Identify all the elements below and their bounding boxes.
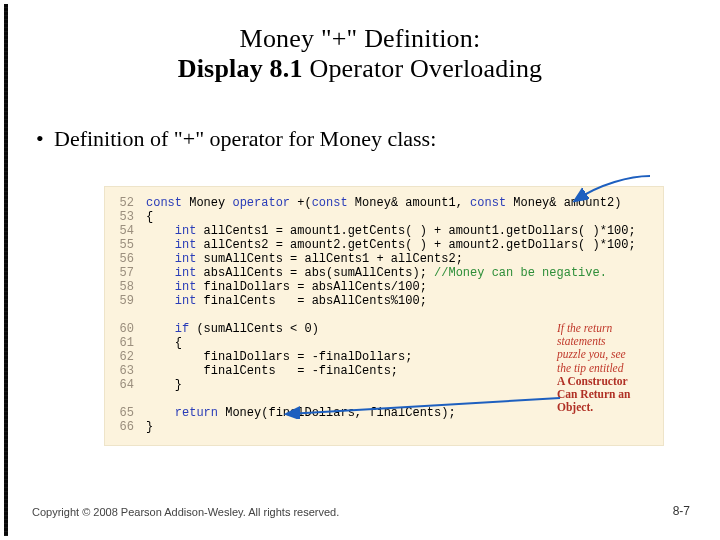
code-line: int finalDollars = absAllCents/100; <box>146 280 427 294</box>
line-number: 53 <box>104 210 134 224</box>
line-number: 62 <box>104 350 134 364</box>
title-line-2: Display 8.1 Operator Overloading <box>0 54 720 84</box>
token-text: absAllCents = abs(sumAllCents); <box>196 266 434 280</box>
token-keyword: int <box>146 238 196 252</box>
code-line: { <box>146 210 153 224</box>
code-line: finalDollars = -finalDollars; <box>146 350 412 364</box>
line-number: 60 <box>104 322 134 336</box>
title-block: Money "+" Definition: Display 8.1 Operat… <box>0 24 720 84</box>
code-line: int sumAllCents = allCents1 + allCents2; <box>146 252 463 266</box>
page-number: 8-7 <box>673 504 690 518</box>
arrow-bottom-icon <box>280 396 570 426</box>
token-keyword: const <box>312 196 348 210</box>
title-line-1: Money "+" Definition: <box>0 24 720 54</box>
token-keyword: const <box>470 196 506 210</box>
token-text: +( <box>290 196 312 210</box>
bullet-item: •Definition of "+" operator for Money cl… <box>36 124 700 154</box>
token-keyword: return <box>146 406 218 420</box>
line-number: 57 <box>104 266 134 280</box>
line-number: 55 <box>104 238 134 252</box>
code-line: if (sumAllCents < 0) <box>146 322 319 336</box>
token-text: Money <box>182 196 232 210</box>
token-keyword: int <box>146 224 196 238</box>
line-number: 66 <box>104 420 134 434</box>
token-text: allCents2 = amount2.getCents( ) + amount… <box>196 238 635 252</box>
line-number: 59 <box>104 294 134 308</box>
token-text: (sumAllCents < 0) <box>189 322 319 336</box>
line-number: 64 <box>104 378 134 392</box>
bullet-area: •Definition of "+" operator for Money cl… <box>36 124 700 154</box>
line-number: 56 <box>104 252 134 266</box>
code-line: int allCents1 = amount1.getCents( ) + am… <box>146 224 636 238</box>
code-line: const Money operator +(const Money& amou… <box>146 196 621 210</box>
line-number: 63 <box>104 364 134 378</box>
token-comment: //Money can be negative. <box>434 266 607 280</box>
line-number: 61 <box>104 336 134 350</box>
title-rest: Operator Overloading <box>303 54 543 83</box>
arrow-top-icon <box>570 170 662 210</box>
code-line: int finalCents = absAllCents%100; <box>146 294 427 308</box>
line-number: 65 <box>104 406 134 420</box>
line-number: 54 <box>104 224 134 238</box>
line-number: 58 <box>104 280 134 294</box>
token-keyword: const <box>146 196 182 210</box>
line-number-gutter: 52 53 54 55 56 57 58 59 60 61 62 63 64 6… <box>104 186 136 446</box>
title-display-label: Display 8.1 <box>178 54 303 83</box>
token-keyword: operator <box>232 196 290 210</box>
code-line: finalCents = -finalCents; <box>146 364 398 378</box>
token-text: finalCents = absAllCents%100; <box>196 294 426 308</box>
code-line: } <box>146 378 182 392</box>
line-number: 52 <box>104 196 134 210</box>
code-line: } <box>146 420 153 434</box>
code-line: int allCents2 = amount2.getCents( ) + am… <box>146 238 636 252</box>
bullet-text: Definition of "+" operator for Money cla… <box>54 126 436 151</box>
copyright-footer: Copyright © 2008 Pearson Addison-Wesley.… <box>32 506 339 518</box>
token-keyword: int <box>146 280 196 294</box>
token-keyword: int <box>146 252 196 266</box>
token-text: Money& amount1, <box>348 196 470 210</box>
token-text: sumAllCents = allCents1 + allCents2; <box>196 252 462 266</box>
slide: Money "+" Definition: Display 8.1 Operat… <box>0 0 720 540</box>
code-line: { <box>146 336 182 350</box>
code-line: int absAllCents = abs(sumAllCents); //Mo… <box>146 266 607 280</box>
token-keyword: int <box>146 294 196 308</box>
token-keyword: if <box>146 322 189 336</box>
bullet-dot: • <box>36 124 54 154</box>
token-text: finalDollars = absAllCents/100; <box>196 280 426 294</box>
token-text: allCents1 = amount1.getCents( ) + amount… <box>196 224 635 238</box>
token-keyword: int <box>146 266 196 280</box>
